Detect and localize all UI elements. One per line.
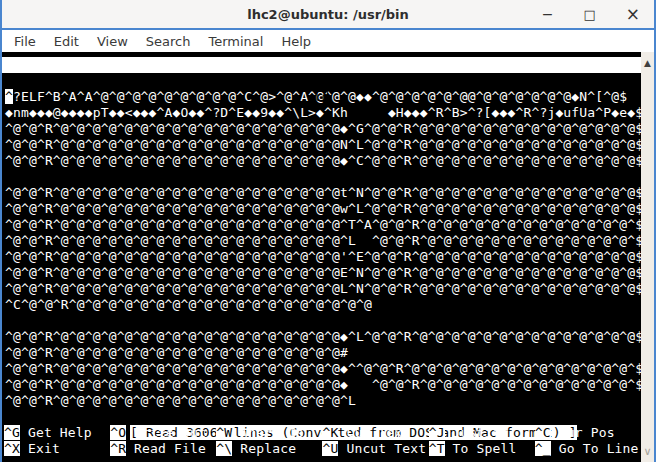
shortcut-where-is: ^W Where Is [216, 425, 322, 441]
terminal-line: ^@^@^R^@^@^@^@^@^@^@^@^@^@^@^@^@^@^@^@^@… [2, 153, 641, 169]
window-titlebar: lhc2@ubuntu: /usr/bin − □ × [2, 0, 654, 28]
scroll-down-icon[interactable]: ∨ [643, 444, 651, 462]
terminal-line: ^@^@^R^@^@^@^@^@^@^@^@^@^@^@^@^@^@^@^@^@… [2, 281, 641, 297]
nano-title-bar: GNU nano 3.2 ld [2, 57, 641, 73]
shortcut-replace: ^\ Replace [216, 441, 322, 457]
nano-status-bar: [ Read 36063 lines (Converted from DOS a… [2, 409, 641, 425]
menu-item-terminal[interactable]: Terminal [208, 34, 263, 49]
terminal-line: ^@^@^R^@^@^@^@^@^@^@^@^@^@^@^@^@^@^@^@^@… [2, 217, 641, 233]
shortcut-cur-pos: ^C Cur Pos [535, 425, 641, 441]
terminal-line [2, 169, 641, 185]
terminal-screen[interactable]: GNU nano 3.2 ld ^?ELF^B^A^A^@^@^@^@^@^@^… [2, 52, 654, 462]
terminal-line: ^@^@^R^@^@^@^@^@^@^@^@^@^@^@^@^@^@^@^@^@… [2, 121, 641, 137]
window-title: lhc2@ubuntu: /usr/bin [247, 7, 409, 22]
shortcut-to-spell: ^T To Spell [429, 441, 535, 457]
terminal-line: ◆nm◆◆◆@◆◆◆◆pT◆◆<◆◆◆^A◆O◆◆^?D^E◆◆9◆◆^\L>◆… [2, 105, 641, 121]
terminal-line: ^@^@^R^@^@^@^@^@^@^@^@^@^@^@^@^@^@^@^@^@… [2, 185, 641, 201]
scroll-up-icon[interactable]: ▲ [644, 52, 651, 71]
nano-shortcuts-row1: ^G Get Help ^O Write Out ^W Where Is ^K … [2, 425, 641, 441]
terminal-line: ^@^@^R^@^@^@^@^@^@^@^@^@^@^@^@^@^@^@^@^@… [2, 201, 641, 217]
window-controls: − □ × [542, 0, 640, 28]
menu-item-view[interactable]: View [97, 34, 128, 49]
terminal-line: ^C^@^@^R^@^@^@^@^@^@^@^@^@^@^@^@^@^@^@^@… [2, 297, 641, 313]
terminal-line: ^@^@^R^@^@^@^@^@^@^@^@^@^@^@^@^@^@^@^@^@… [2, 265, 641, 281]
shortcut-read-file: ^R Read File [110, 441, 216, 457]
terminal-line: ^@^@^R^@^@^@^@^@^@^@^@^@^@^@^@^@^@^@^@^@… [2, 249, 641, 265]
terminal-line: ^@^@^R^@^@^@^@^@^@^@^@^@^@^@^@^@^@^@^@^@… [2, 393, 641, 409]
shortcut-exit: ^X Exit [4, 441, 110, 457]
shortcut-justify: ^J Justify [429, 425, 535, 441]
minimize-icon[interactable]: − [542, 7, 554, 21]
menu-bar: File Edit View Search Terminal Help [2, 28, 654, 52]
menu-item-edit[interactable]: Edit [54, 34, 79, 49]
nano-editor: GNU nano 3.2 ld ^?ELF^B^A^A^@^@^@^@^@^@^… [2, 52, 641, 462]
menu-item-search[interactable]: Search [146, 34, 191, 49]
nano-filename: ld [314, 89, 330, 105]
shortcut-write-out: ^O Write Out [110, 425, 216, 441]
terminal-line: ^@^@^R^@^@^@^@^@^@^@^@^@^@^@^@^@^@^@^@^@… [2, 345, 641, 361]
nano-version-label: GNU nano 3.2 [84, 73, 180, 88]
close-icon[interactable]: × [626, 6, 640, 23]
menu-item-help[interactable]: Help [281, 34, 311, 49]
menu-item-file[interactable]: File [14, 34, 36, 49]
scrollbar[interactable]: ▲ ∨ [641, 52, 654, 462]
terminal-line: ^@^@^R^@^@^@^@^@^@^@^@^@^@^@^@^@^@^@^@^@… [2, 361, 641, 377]
shortcut-uncut-text: ^U Uncut Text [322, 441, 428, 457]
terminal-line: ^@^@^R^@^@^@^@^@^@^@^@^@^@^@^@^@^@^@^@^@… [2, 329, 641, 345]
terminal-line [2, 313, 641, 329]
shortcut-get-help: ^G Get Help [4, 425, 110, 441]
maximize-icon[interactable]: □ [583, 8, 595, 21]
terminal-line: ^@^@^R^@^@^@^@^@^@^@^@^@^@^@^@^@^@^@^@^@… [2, 233, 641, 249]
nano-shortcuts-row2: ^X Exit ^R Read File ^\ Replace ^U Uncut… [2, 441, 641, 457]
terminal-line: ^@^@^R^@^@^@^@^@^@^@^@^@^@^@^@^@^@^@^@^@… [2, 377, 641, 393]
shortcut-go-to-line: ^_ Go To Line [535, 441, 641, 457]
shortcut-cut-text: ^K Cut Text [322, 425, 428, 441]
terminal-line: ^@^@^R^@^@^@^@^@^@^@^@^@^@^@^@^@^@^@^@^@… [2, 137, 641, 153]
terminal-window: lhc2@ubuntu: /usr/bin − □ × File Edit Vi… [0, 0, 656, 462]
